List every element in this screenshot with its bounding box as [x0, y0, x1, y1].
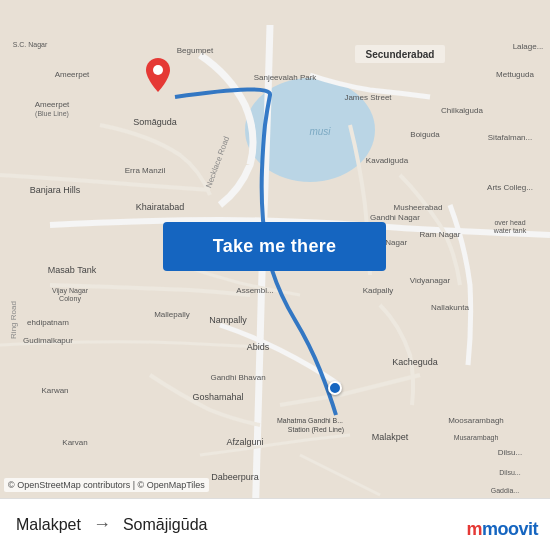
svg-text:Musarambagh: Musarambagh: [454, 434, 499, 442]
arrow-icon: →: [93, 514, 111, 535]
svg-text:Afzalguni: Afzalguni: [226, 437, 263, 447]
take-me-there-button[interactable]: Take me there: [163, 222, 386, 271]
svg-text:Kacheguda: Kacheguda: [392, 357, 438, 367]
svg-text:Malakpet: Malakpet: [372, 432, 409, 442]
svg-text:Kadpally: Kadpally: [363, 286, 394, 295]
svg-text:Somāguda: Somāguda: [133, 117, 177, 127]
svg-text:Kavadiguda: Kavadiguda: [366, 156, 409, 165]
svg-text:Khairatabad: Khairatabad: [136, 202, 185, 212]
map-area: Secunderabad Somāguda Banjara Hills Khai…: [0, 0, 550, 550]
svg-text:Mahatma Gandhi B...: Mahatma Gandhi B...: [277, 417, 343, 424]
moovit-text: mmoovit: [466, 519, 538, 540]
attribution-text: © OpenStreetMap contributors | © OpenMap…: [8, 480, 205, 490]
attribution: © OpenStreetMap contributors | © OpenMap…: [4, 478, 209, 492]
svg-text:Karwan: Karwan: [41, 386, 68, 395]
svg-text:Colony: Colony: [59, 295, 81, 303]
destination-pin: [146, 58, 170, 96]
svg-text:Begumpet: Begumpet: [177, 46, 214, 55]
map-background: Secunderabad Somāguda Banjara Hills Khai…: [0, 0, 550, 550]
svg-text:Lalage...: Lalage...: [513, 42, 544, 51]
svg-text:Ring Road: Ring Road: [9, 301, 18, 339]
svg-text:Nampally: Nampally: [209, 315, 247, 325]
svg-text:Dabeerpura: Dabeerpura: [211, 472, 259, 482]
svg-text:Gaddia...: Gaddia...: [491, 487, 519, 494]
svg-text:Karvan: Karvan: [62, 438, 87, 447]
svg-text:Assembl...: Assembl...: [236, 286, 273, 295]
svg-text:Gandhi Nagar: Gandhi Nagar: [370, 213, 420, 222]
svg-text:Station (Red Line): Station (Red Line): [288, 426, 344, 434]
svg-text:Ameerpet: Ameerpet: [35, 100, 70, 109]
svg-text:Moosarambagh: Moosarambagh: [448, 416, 504, 425]
svg-text:Mettuguda: Mettuguda: [496, 70, 534, 79]
svg-text:water tank: water tank: [493, 227, 527, 234]
svg-text:Abids: Abids: [247, 342, 270, 352]
bottom-bar: Malakpet → Somājigūda mmoovit: [0, 498, 550, 550]
svg-text:Ram Nagar: Ram Nagar: [420, 230, 461, 239]
svg-text:Dilsu...: Dilsu...: [498, 448, 522, 457]
svg-text:Gudimalkapur: Gudimalkapur: [23, 336, 73, 345]
svg-text:Masab Tank: Masab Tank: [48, 265, 97, 275]
from-location: Malakpet: [16, 516, 81, 534]
svg-text:S.C. Nagar: S.C. Nagar: [13, 41, 48, 49]
svg-text:Vijay Nagar: Vijay Nagar: [52, 287, 89, 295]
svg-text:Dilsu...: Dilsu...: [499, 469, 520, 476]
svg-text:Chilkalguda: Chilkalguda: [441, 106, 483, 115]
svg-text:(Blue Line): (Blue Line): [35, 110, 69, 118]
svg-text:Mallepally: Mallepally: [154, 310, 190, 319]
svg-text:Gandhi Bhavan: Gandhi Bhavan: [210, 373, 265, 382]
svg-text:Vidyanagar: Vidyanagar: [410, 276, 451, 285]
svg-text:Boiguda: Boiguda: [410, 130, 440, 139]
to-location: Somājigūda: [123, 516, 208, 534]
svg-point-60: [153, 65, 163, 75]
svg-text:over head: over head: [494, 219, 525, 226]
svg-text:ehdipatnam: ehdipatnam: [27, 318, 69, 327]
svg-text:James Street: James Street: [344, 93, 392, 102]
take-me-there-label: Take me there: [213, 236, 337, 257]
app-container: Secunderabad Somāguda Banjara Hills Khai…: [0, 0, 550, 550]
moovit-logo: mmoovit: [466, 519, 538, 540]
svg-text:Nallakunta: Nallakunta: [431, 303, 469, 312]
svg-text:Secunderabad: Secunderabad: [366, 49, 435, 60]
svg-text:Goshamahal: Goshamahal: [192, 392, 243, 402]
svg-text:musi: musi: [309, 126, 331, 137]
svg-text:Arts Colleg...: Arts Colleg...: [487, 183, 533, 192]
svg-text:Sanjeevalah Park: Sanjeevalah Park: [254, 73, 318, 82]
svg-text:Sitafalman...: Sitafalman...: [488, 133, 532, 142]
map-svg: Secunderabad Somāguda Banjara Hills Khai…: [0, 0, 550, 550]
svg-text:Ameerpet: Ameerpet: [55, 70, 90, 79]
svg-text:Musheerabad: Musheerabad: [394, 203, 443, 212]
origin-dot: [328, 381, 342, 395]
svg-text:Erra Manzil: Erra Manzil: [125, 166, 166, 175]
svg-text:Banjara Hills: Banjara Hills: [30, 185, 81, 195]
